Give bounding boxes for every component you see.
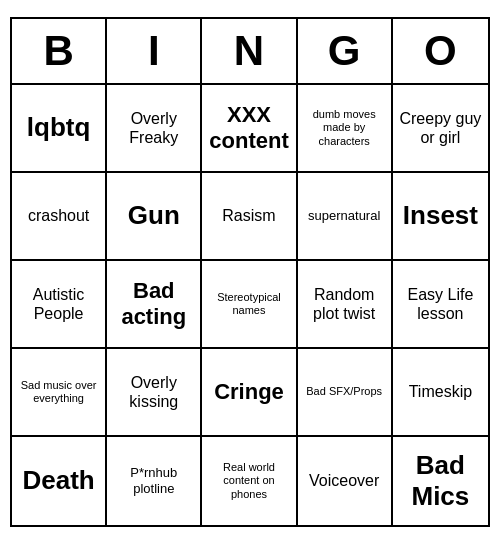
- bingo-cell-18: Bad SFX/Props: [298, 349, 393, 437]
- cell-text-3: dumb moves made by characters: [302, 108, 387, 148]
- bingo-cell-16: Overly kissing: [107, 349, 202, 437]
- bingo-cell-7: Rasism: [202, 173, 297, 261]
- cell-text-15: Sad music over everything: [16, 379, 101, 405]
- bingo-header: BINGO: [12, 19, 488, 85]
- cell-text-9: Insest: [403, 200, 478, 231]
- bingo-cell-12: Stereotypical names: [202, 261, 297, 349]
- bingo-grid: lqbtqOverly FreakyXXX contentdumb moves …: [12, 85, 488, 525]
- bingo-card: BINGO lqbtqOverly FreakyXXX contentdumb …: [10, 17, 490, 527]
- cell-text-20: Death: [22, 465, 94, 496]
- bingo-cell-14: Easy Life lesson: [393, 261, 488, 349]
- bingo-cell-1: Overly Freaky: [107, 85, 202, 173]
- bingo-cell-5: crashout: [12, 173, 107, 261]
- bingo-cell-23: Voiceover: [298, 437, 393, 525]
- cell-text-6: Gun: [128, 200, 180, 231]
- bingo-cell-11: Bad acting: [107, 261, 202, 349]
- cell-text-7: Rasism: [222, 206, 275, 225]
- bingo-cell-13: Random plot twist: [298, 261, 393, 349]
- cell-text-16: Overly kissing: [111, 373, 196, 411]
- header-letter-i: I: [107, 19, 202, 83]
- bingo-cell-21: P*rnhub plotline: [107, 437, 202, 525]
- bingo-cell-3: dumb moves made by characters: [298, 85, 393, 173]
- header-letter-o: O: [393, 19, 488, 83]
- bingo-cell-20: Death: [12, 437, 107, 525]
- cell-text-23: Voiceover: [309, 471, 379, 490]
- bingo-cell-9: Insest: [393, 173, 488, 261]
- cell-text-0: lqbtq: [27, 112, 91, 143]
- cell-text-17: Cringe: [214, 379, 284, 405]
- cell-text-1: Overly Freaky: [111, 109, 196, 147]
- cell-text-18: Bad SFX/Props: [306, 385, 382, 398]
- cell-text-5: crashout: [28, 206, 89, 225]
- header-letter-n: N: [202, 19, 297, 83]
- header-letter-g: G: [298, 19, 393, 83]
- cell-text-21: P*rnhub plotline: [111, 465, 196, 496]
- cell-text-22: Real world content on phones: [206, 461, 291, 501]
- cell-text-14: Easy Life lesson: [397, 285, 484, 323]
- cell-text-19: Timeskip: [409, 382, 472, 401]
- cell-text-12: Stereotypical names: [206, 291, 291, 317]
- header-letter-b: B: [12, 19, 107, 83]
- bingo-cell-8: supernatural: [298, 173, 393, 261]
- cell-text-8: supernatural: [308, 208, 380, 224]
- bingo-cell-19: Timeskip: [393, 349, 488, 437]
- bingo-cell-10: Autistic People: [12, 261, 107, 349]
- bingo-cell-22: Real world content on phones: [202, 437, 297, 525]
- bingo-cell-17: Cringe: [202, 349, 297, 437]
- cell-text-2: XXX content: [206, 102, 291, 155]
- cell-text-24: Bad Mics: [397, 450, 484, 512]
- cell-text-4: Creepy guy or girl: [397, 109, 484, 147]
- cell-text-11: Bad acting: [111, 278, 196, 331]
- bingo-cell-24: Bad Mics: [393, 437, 488, 525]
- cell-text-13: Random plot twist: [302, 285, 387, 323]
- cell-text-10: Autistic People: [16, 285, 101, 323]
- bingo-cell-2: XXX content: [202, 85, 297, 173]
- bingo-cell-6: Gun: [107, 173, 202, 261]
- bingo-cell-0: lqbtq: [12, 85, 107, 173]
- bingo-cell-15: Sad music over everything: [12, 349, 107, 437]
- bingo-cell-4: Creepy guy or girl: [393, 85, 488, 173]
